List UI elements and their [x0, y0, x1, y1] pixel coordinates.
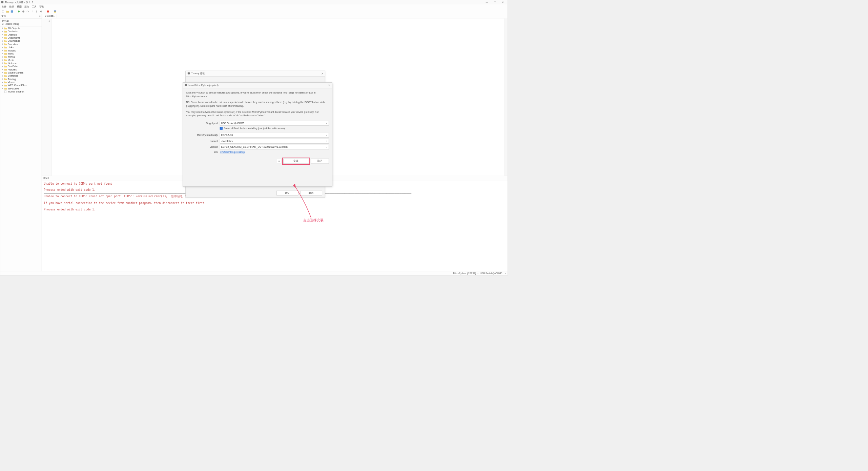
minimize-button[interactable]: —: [483, 1, 491, 4]
resume-icon[interactable]: [39, 9, 43, 13]
menu-tools[interactable]: 工具: [32, 5, 37, 8]
version-dropdown[interactable]: ESP32_GENERIC_S3-SPIRAM_OCT-20240602-v1.…: [220, 145, 329, 149]
folder-icon: [4, 43, 7, 45]
file-root[interactable]: 此电脑 C: \ Users \ tang: [0, 18, 42, 26]
step-into-icon[interactable]: [30, 9, 34, 13]
files-panel: 文件 ≡ 此电脑 C: \ Users \ tang ⊞3D Objects⊞C…: [0, 14, 42, 271]
folder-item[interactable]: ⊞mlink: [1, 52, 41, 55]
expand-icon[interactable]: ⊞: [1, 81, 3, 83]
svg-marker-10: [40, 11, 42, 12]
folder-item[interactable]: ⊞WPSDrive: [1, 87, 41, 90]
close-button[interactable]: ✕: [499, 1, 507, 4]
expand-icon[interactable]: ⊞: [1, 68, 3, 70]
maximize-button[interactable]: ☐: [491, 1, 499, 4]
status-port[interactable]: USB Serial @ COM5: [480, 272, 502, 274]
folder-icon: [4, 56, 7, 58]
editor-scrollbar[interactable]: [504, 18, 508, 176]
open-file-icon[interactable]: [6, 9, 9, 13]
expand-icon[interactable]: ⊞: [1, 34, 3, 36]
info-link[interactable]: C:\Users\tang\Desktop: [220, 150, 245, 153]
expand-icon[interactable]: ⊞: [1, 40, 3, 42]
save-file-icon[interactable]: [10, 9, 14, 13]
folder-item[interactable]: ⊞Pictures: [1, 68, 41, 71]
folder-item[interactable]: ⊞Netease: [1, 62, 41, 65]
expand-icon[interactable]: ⊞: [1, 27, 3, 29]
install-close-icon[interactable]: ✕: [328, 84, 330, 87]
folder-icon: [4, 52, 7, 55]
erase-flash-checkbox[interactable]: ✓ Erase all flash before installing (not…: [220, 127, 329, 129]
step-over-icon[interactable]: [26, 9, 30, 13]
install-cancel-button[interactable]: 取消: [311, 159, 329, 164]
expand-icon[interactable]: ⊞: [1, 84, 3, 86]
stop-icon[interactable]: [46, 9, 50, 13]
file-item[interactable]: mumu_boot.txt: [1, 90, 41, 93]
expand-icon[interactable]: ⊞: [1, 49, 3, 52]
folder-item[interactable]: ⊞Links: [1, 46, 41, 49]
install-button[interactable]: 安装: [283, 159, 309, 164]
status-menu-icon[interactable]: ≡: [504, 272, 506, 274]
options-cancel-button[interactable]: 取消: [300, 191, 322, 196]
expand-icon[interactable]: ⊞: [1, 46, 3, 48]
expand-icon[interactable]: ⊞: [1, 56, 3, 58]
folder-item[interactable]: ⊞Saved Games: [1, 71, 41, 74]
folder-item[interactable]: ⊞Searches: [1, 74, 41, 77]
step-out-icon[interactable]: [35, 9, 38, 13]
flag-icon[interactable]: [53, 9, 57, 13]
folder-item[interactable]: ⊞OneDrive: [1, 65, 41, 68]
panel-menu-icon[interactable]: ≡: [39, 15, 40, 18]
editor-tab[interactable]: <无标题>: [43, 14, 57, 18]
variant-dropdown[interactable]: <local file>▾: [220, 139, 329, 143]
expand-icon[interactable]: ⊞: [1, 59, 3, 61]
target-port-dropdown[interactable]: USB Serial @ COM5▾: [220, 121, 329, 126]
folder-icon: [4, 84, 7, 87]
expand-icon[interactable]: ⊞: [1, 53, 3, 55]
folder-item[interactable]: ⊞Favorites: [1, 43, 41, 46]
file-icon: [4, 90, 7, 93]
tree-item-label: Music: [8, 59, 14, 61]
folder-item[interactable]: ⊞3D Objects: [1, 27, 41, 30]
toolbar: [0, 9, 508, 14]
tree-item-label: Tracing: [8, 78, 16, 80]
expand-icon[interactable]: ⊞: [1, 65, 3, 67]
app-icon: [185, 84, 187, 87]
svg-rect-14: [54, 12, 56, 13]
expand-icon[interactable]: ⊞: [1, 37, 3, 39]
run-icon[interactable]: [17, 9, 21, 13]
svg-rect-2: [11, 11, 13, 13]
folder-item[interactable]: ⊞Videos: [1, 81, 41, 84]
folder-item[interactable]: ⊞Music: [1, 59, 41, 62]
options-close-icon[interactable]: ✕: [321, 72, 323, 75]
folder-icon: [4, 33, 7, 36]
expand-icon[interactable]: ⊞: [1, 62, 3, 64]
folder-item[interactable]: ⊞Documents: [1, 36, 41, 39]
status-interpreter[interactable]: MicroPython (ESP32): [453, 272, 476, 274]
expand-icon[interactable]: ⊞: [1, 72, 3, 74]
menu-run[interactable]: 运行: [24, 5, 29, 8]
expand-icon[interactable]: ⊞: [1, 88, 3, 90]
family-dropdown[interactable]: ESP32-S3▾: [220, 133, 329, 138]
folder-item[interactable]: ⊞Tracing: [1, 78, 41, 81]
folder-icon: [4, 75, 7, 77]
label-info: info: [186, 150, 220, 153]
folder-item[interactable]: ⊞Downloads: [1, 39, 41, 42]
menu-edit[interactable]: 编辑: [9, 5, 14, 8]
expand-icon[interactable]: ⊞: [1, 78, 3, 80]
options-ok-button[interactable]: 确认: [276, 191, 298, 196]
expand-icon[interactable]: ⊞: [1, 30, 3, 33]
menu-view[interactable]: 视图: [17, 5, 22, 8]
menu-file[interactable]: 文件: [2, 5, 6, 8]
tree-item-label: Videos: [8, 81, 15, 84]
folder-item[interactable]: ⊞WPS Cloud Files: [1, 84, 41, 87]
new-file-icon[interactable]: [1, 9, 5, 13]
install-options-icon[interactable]: ≡: [277, 159, 281, 163]
tree-item-label: Desktop: [8, 33, 17, 36]
expand-icon[interactable]: ⊞: [1, 75, 3, 77]
folder-item[interactable]: ⊞mlink1: [1, 55, 41, 58]
folder-item[interactable]: ⊞Contacts: [1, 30, 41, 33]
menu-help[interactable]: 帮助: [39, 5, 44, 8]
folder-item[interactable]: ⊞Desktop: [1, 33, 41, 36]
expand-icon[interactable]: ⊞: [1, 43, 3, 45]
folder-item[interactable]: ⊞mblock: [1, 49, 41, 52]
svg-marker-7: [32, 12, 33, 13]
debug-icon[interactable]: [22, 9, 25, 13]
